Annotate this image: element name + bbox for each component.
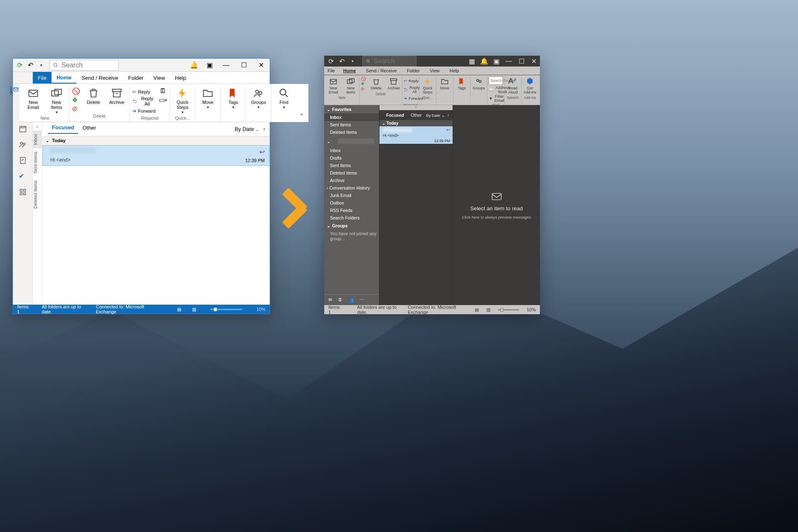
read-aloud-button[interactable]: A🔊Read Aloud bbox=[506, 76, 520, 95]
folder-rss[interactable]: RSS Feeds bbox=[324, 207, 379, 214]
collapse-folder-pane-icon[interactable]: ‹ bbox=[379, 105, 453, 110]
find-button[interactable]: Find▾ bbox=[274, 86, 294, 110]
view-normal-icon[interactable]: ▤ bbox=[475, 307, 479, 313]
section-account[interactable]: ⌄ bbox=[324, 136, 379, 147]
address-book-button[interactable]: 📖Address Book bbox=[489, 85, 503, 94]
fav-deleted[interactable]: Deleted Items bbox=[324, 128, 379, 136]
forward-button[interactable]: ➜Forward bbox=[132, 106, 155, 115]
tab-focused[interactable]: Focused bbox=[383, 113, 407, 118]
vfolder-inbox[interactable]: Inbox bbox=[33, 131, 42, 148]
more-respond-icon[interactable]: ▭▾ bbox=[159, 96, 167, 104]
archive-button[interactable]: Archive bbox=[107, 86, 127, 105]
search-people-input[interactable] bbox=[489, 76, 503, 85]
coming-soon-icon[interactable]: ▣ bbox=[207, 61, 213, 69]
quick-steps-button[interactable]: Quick Steps bbox=[421, 76, 435, 95]
delete-button[interactable]: Delete bbox=[84, 86, 103, 105]
move-button[interactable]: Move bbox=[438, 76, 452, 91]
search-input[interactable] bbox=[374, 57, 413, 65]
folder-search[interactable]: Search Folders bbox=[324, 214, 379, 222]
search-box[interactable] bbox=[362, 56, 416, 66]
groups-button[interactable]: Groups bbox=[472, 76, 486, 91]
minimize-button[interactable]: — bbox=[223, 62, 229, 69]
search-box[interactable] bbox=[49, 60, 119, 71]
apps-icon[interactable]: ▦ bbox=[469, 57, 475, 65]
folder-junk[interactable]: Junk Email bbox=[324, 192, 379, 199]
reply-all-button[interactable]: ⮌Reply All bbox=[132, 97, 155, 105]
sort-direction-icon[interactable]: ↑ bbox=[447, 113, 449, 118]
qat-customize-icon[interactable]: ▾ bbox=[38, 62, 44, 69]
folder-inbox[interactable]: Inbox bbox=[324, 147, 379, 154]
close-button[interactable]: ✕ bbox=[531, 57, 537, 65]
sort-bydate[interactable]: By Date ⌄ bbox=[235, 126, 259, 132]
nav-mail-icon[interactable]: ✉ bbox=[328, 297, 332, 303]
new-items-button[interactable]: New Items▾ bbox=[47, 86, 66, 115]
section-groups[interactable]: ⌄Groups bbox=[324, 222, 379, 230]
collapse-ribbon-icon[interactable]: ⌃ bbox=[296, 111, 307, 122]
tab-help[interactable]: Help bbox=[170, 72, 191, 84]
group-today[interactable]: ⌄ Today bbox=[379, 120, 453, 126]
filter-email-button[interactable]: ▼Filter Email bbox=[489, 94, 503, 102]
tab-folder[interactable]: Folder bbox=[123, 72, 148, 84]
nav-calendar-icon[interactable] bbox=[19, 125, 27, 133]
view-reading-icon[interactable]: ▥ bbox=[486, 307, 490, 313]
coming-soon-icon[interactable]: ▣ bbox=[493, 57, 500, 65]
delete-button[interactable]: Delete bbox=[369, 76, 383, 91]
tab-send-receive[interactable]: Send / Receive bbox=[76, 72, 123, 84]
group-today[interactable]: ⌄Today bbox=[42, 136, 270, 145]
get-addins-button[interactable]: ⬢Get Add-ins bbox=[523, 76, 537, 95]
view-reading-icon[interactable]: ▥ bbox=[192, 307, 196, 312]
new-email-button[interactable]: New Email bbox=[326, 76, 340, 95]
cleanup-icon[interactable]: ❖ bbox=[72, 96, 80, 104]
message-item[interactable]: Hi <end> ↩ 12:39 PM bbox=[379, 126, 453, 144]
tab-home[interactable]: Home bbox=[52, 72, 76, 84]
tags-button[interactable]: Tags bbox=[455, 76, 469, 91]
ignore-icon[interactable]: 🚫 bbox=[72, 87, 80, 95]
notifications-icon[interactable]: 🔔 bbox=[480, 57, 488, 65]
tab-home[interactable]: Home bbox=[338, 66, 361, 75]
zoom-slider[interactable] bbox=[210, 309, 242, 310]
junk-icon[interactable]: ⊘ bbox=[361, 86, 366, 91]
folder-drafts[interactable]: Drafts bbox=[324, 154, 379, 162]
tab-folder[interactable]: Folder bbox=[402, 66, 425, 75]
vfolder-sent[interactable]: Sent Items bbox=[33, 148, 42, 177]
archive-button[interactable]: Archive bbox=[387, 76, 401, 91]
notifications-icon[interactable]: 🔔 bbox=[190, 61, 198, 69]
nav-people-icon[interactable] bbox=[19, 140, 27, 149]
forward-button[interactable]: ➜Forward bbox=[404, 94, 418, 102]
nav-mail-icon[interactable] bbox=[10, 86, 19, 95]
tab-other[interactable]: Other bbox=[78, 125, 100, 133]
qat-customize-icon[interactable]: ▾ bbox=[349, 58, 356, 64]
cleanup-icon[interactable]: ❖ bbox=[361, 81, 366, 86]
section-favorites[interactable]: ⌄Favorites bbox=[324, 105, 379, 113]
quick-steps-button[interactable]: Quick Steps▾ bbox=[172, 86, 192, 115]
vfolder-deleted[interactable]: Deleted Items bbox=[33, 177, 42, 212]
close-button[interactable]: ✕ bbox=[259, 61, 264, 69]
nav-more-icon[interactable]: ⋯ bbox=[360, 297, 364, 303]
nav-people-icon[interactable]: 👥 bbox=[348, 297, 354, 303]
folder-deleted[interactable]: Deleted Items bbox=[324, 169, 379, 177]
tab-view[interactable]: View bbox=[425, 66, 445, 75]
reply-button[interactable]: ↩Reply bbox=[132, 87, 155, 96]
nav-tasks-icon[interactable] bbox=[19, 156, 27, 165]
reply-button[interactable]: ↩Reply bbox=[404, 76, 418, 85]
sort-direction-icon[interactable]: ↑ bbox=[263, 126, 266, 132]
sync-icon[interactable]: ⟳ bbox=[328, 58, 334, 64]
nav-todo-icon[interactable]: ✔ bbox=[19, 172, 27, 180]
minimize-button[interactable]: — bbox=[505, 57, 512, 65]
ignore-icon[interactable]: 🚫 bbox=[361, 76, 366, 81]
tab-file[interactable]: File bbox=[324, 66, 338, 75]
folder-conv-history[interactable]: › Conversation History bbox=[324, 184, 379, 192]
tab-help[interactable]: Help bbox=[445, 66, 464, 75]
expand-folder-pane-icon[interactable]: › bbox=[33, 122, 42, 131]
maximize-button[interactable]: ☐ bbox=[241, 61, 247, 69]
folder-sent[interactable]: Sent Items bbox=[324, 162, 379, 169]
nav-calendar-icon[interactable]: 🗓 bbox=[338, 297, 342, 303]
view-normal-icon[interactable]: ▤ bbox=[177, 307, 181, 312]
sort-bydate[interactable]: By Date ⌄ bbox=[426, 113, 444, 118]
folder-outbox[interactable]: Outbox bbox=[324, 199, 379, 207]
folder-archive[interactable]: Archive bbox=[324, 177, 379, 184]
tab-view[interactable]: View bbox=[148, 72, 170, 84]
new-items-button[interactable]: New Items bbox=[344, 76, 358, 95]
fav-sent[interactable]: Sent Items bbox=[324, 121, 379, 128]
tab-other[interactable]: Other bbox=[407, 113, 425, 118]
